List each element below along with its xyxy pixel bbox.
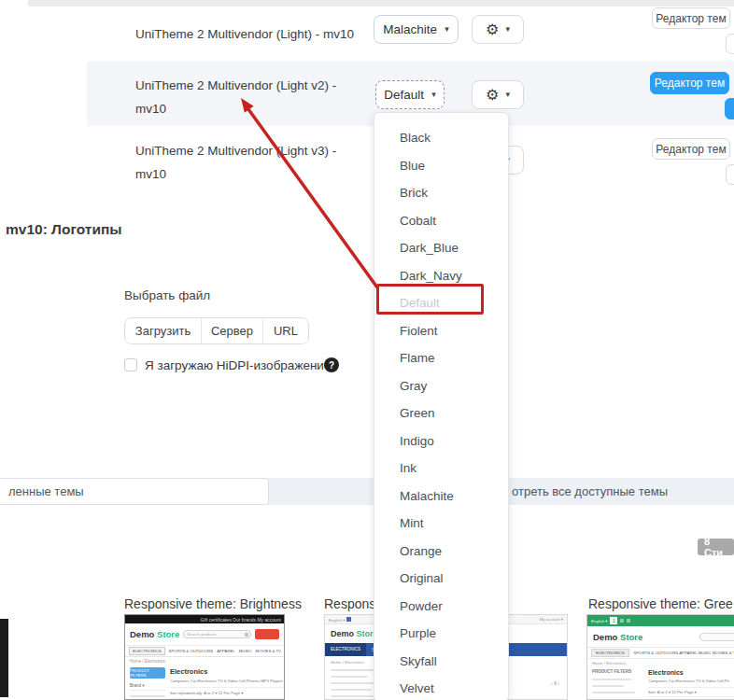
dropdown-item[interactable]: Dark_Navy	[400, 262, 508, 290]
placeholder-bar	[592, 679, 631, 680]
mini-subcategories: Computers Car Electronics TV & Video Cel…	[170, 679, 285, 683]
dropdown-item[interactable]: Mint	[400, 510, 508, 538]
logo-demo: Demo	[593, 632, 617, 642]
mini-breadcrumb: Home / Electronics	[587, 659, 734, 667]
style-select-label: Malachite	[383, 22, 437, 36]
mini-sort-text: Sort: A to Z ▾ 12 Per Page ▾	[648, 690, 697, 694]
theme-editor-label: Редактор тем	[656, 143, 726, 156]
tab-installed-themes[interactable]: ленные темы	[0, 478, 269, 505]
mini-account-label: My account ▾	[540, 617, 563, 622]
mini-pager-square	[620, 619, 624, 623]
upload-local-button[interactable]: Загрузить	[125, 318, 202, 343]
mini-sort-row: Sort: A to Z ▾ 12 Per Page ▾	[648, 687, 734, 697]
preview-title: Responsive theme: Brightness	[124, 596, 302, 611]
store-logo: Demo Store	[331, 629, 378, 638]
preview-body: PRODUCT FILTERS Electronics Computers Ca…	[587, 667, 734, 697]
style-select-default[interactable]: Default ▾	[375, 80, 445, 109]
dropdown-item[interactable]: Indigo	[400, 427, 508, 455]
upload-url-button[interactable]: URL	[263, 318, 308, 343]
clipped-preview-edge	[0, 619, 8, 697]
theme-title-line2: mv10	[135, 162, 378, 186]
theme-settings-button[interactable]: ⚙ ▾	[472, 15, 524, 44]
tab-browse-themes[interactable]: отреть все доступные темы	[512, 484, 668, 498]
mini-main: Electronics Computers Car Electronics TV…	[648, 669, 734, 697]
theme-title-line1: UniTheme 2 Multivendor (Light v2) -	[135, 74, 378, 97]
styles-count-badge: 8 Сти	[698, 539, 734, 555]
chevron-down-icon: ▾	[505, 91, 510, 99]
mini-sort-row: Sort alphabetically: A to Z ▾ 12 Per Pag…	[170, 687, 285, 699]
theme-editor-button[interactable]: Редактор тем	[652, 138, 730, 160]
dropdown-item[interactable]: Velvet	[400, 675, 508, 700]
dropdown-item[interactable]: Blue	[400, 152, 508, 180]
style-select-malachite[interactable]: Malachite ▾	[374, 15, 459, 44]
upload-source-group: Загрузить Сервер URL	[124, 317, 309, 344]
theme-editor-button[interactable]: Редактор тем	[652, 7, 730, 29]
theme-preview-green[interactable]: English ▾ 1 Demo Store ELECTRONICS SPORT…	[586, 614, 734, 700]
top-divider	[28, 0, 734, 7]
dropdown-item[interactable]: Cobalt	[400, 207, 508, 235]
chevron-down-icon: ▾	[431, 91, 436, 99]
dropdown-item[interactable]: Orange	[400, 538, 508, 566]
theme-title: UniTheme 2 Multivendor (Light) - mv10	[135, 22, 388, 46]
logo-demo: Demo	[130, 629, 154, 639]
clipped-button[interactable]	[726, 164, 734, 185]
dropdown-item[interactable]: Purple	[400, 620, 508, 648]
dropdown-item[interactable]: Skyfall	[400, 648, 508, 676]
mini-main: Electronics Computers Car Electronics TV…	[170, 667, 285, 699]
product-filters-button: PRODUCT FILTERS	[130, 667, 165, 679]
dropdown-item[interactable]: Original	[400, 565, 508, 593]
style-dropdown-menu: BlackBlueBrickCobaltDark_BlueDark_NavyDe…	[374, 112, 509, 700]
preview-logo-row: Demo Store	[587, 626, 734, 647]
dropdown-item[interactable]: Brick	[400, 179, 508, 207]
placeholder-bar	[331, 695, 379, 697]
mini-page-indicator: 1	[610, 617, 617, 624]
store-logo: Demo Store	[593, 632, 642, 642]
clipped-button[interactable]	[726, 34, 734, 54]
preview-nav: ELECTRONICSSPORTS & OUTDOORSAPPARELMUSIC…	[125, 645, 284, 657]
dropdown-item[interactable]: Green	[400, 399, 508, 427]
mini-search-placeholder: Search products	[187, 632, 216, 637]
flag-icon	[346, 617, 351, 622]
search-icon	[245, 633, 248, 637]
dropdown-item[interactable]: Powder	[400, 593, 508, 621]
chevron-down-icon: ▾	[445, 25, 449, 34]
mini-breadcrumb: Home / Electronics	[125, 657, 284, 665]
placeholder-bar	[592, 685, 624, 687]
style-select-label: Default	[384, 88, 424, 102]
mini-search-input	[699, 633, 734, 641]
mini-nav-item: MOVIES & TV	[256, 649, 281, 653]
dropdown-item[interactable]: Black	[400, 124, 508, 152]
dropdown-item[interactable]: Gray	[400, 372, 508, 400]
dropdown-item[interactable]: Malachite	[400, 483, 508, 511]
mini-sidebar: PRODUCT FILTERS	[592, 669, 643, 697]
mini-language-label: English ▾	[329, 618, 345, 623]
theme-settings-button[interactable]: ⚙ ▾	[472, 80, 524, 109]
dropdown-item[interactable]: Dark_Blue	[400, 234, 508, 262]
mini-nav-item: ELECTRONICS	[129, 647, 165, 655]
mini-nav-item: MUSIC	[239, 649, 252, 653]
theme-editor-label: Редактор тем	[656, 12, 726, 25]
themes-admin-page: UniTheme 2 Multivendor (Light) - mv10 Ma…	[0, 0, 734, 700]
theme-editor-button-active[interactable]: Редактор тем	[650, 72, 729, 94]
mini-nav-items: SPORTS & OUTDOORS APPAREL MUSIC MOVIES &…	[634, 651, 734, 655]
theme-title-line1: UniTheme 2 Multivendor (Light v3) -	[135, 139, 378, 162]
dropdown-item[interactable]: Fiolent	[400, 317, 508, 345]
preview-topbar: English ▾ 1	[587, 615, 734, 626]
theme-title-line2: mv10	[135, 97, 378, 120]
logo-demo: Demo	[331, 629, 354, 638]
mini-nav-item-active: ELECTRONICS	[591, 649, 629, 657]
theme-preview-brightness[interactable]: Gift certificates Our brands My account …	[124, 614, 285, 700]
placeholder-bar	[130, 695, 165, 697]
preview-nav: ELECTRONICS SPORTS & OUTDOORS APPAREL MU…	[587, 647, 734, 659]
upload-server-button[interactable]: Сервер	[202, 318, 263, 343]
dropdown-item[interactable]: Flame	[400, 344, 508, 372]
dropdown-item[interactable]: Default	[400, 289, 508, 317]
clipped-button[interactable]	[725, 98, 734, 119]
dropdown-item[interactable]: Ink	[400, 455, 508, 483]
placeholder-bar	[331, 689, 372, 691]
help-icon[interactable]: ?	[324, 357, 339, 372]
mini-sort-text: Sort alphabetically: A to Z ▾ 12 Per Pag…	[170, 691, 243, 695]
hidpi-checkbox[interactable]	[124, 358, 137, 371]
logo-store: Store	[620, 632, 642, 642]
mini-search-input: Search products	[183, 630, 251, 638]
